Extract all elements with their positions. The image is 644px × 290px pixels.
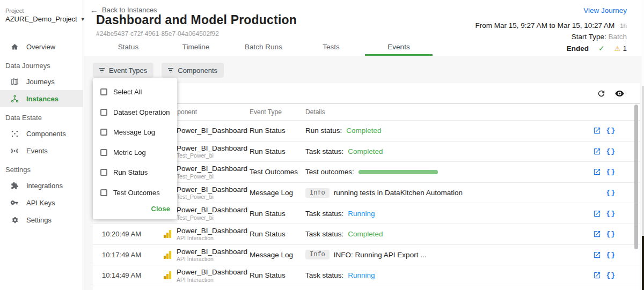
sidebar-item-integrations[interactable]: Integrations xyxy=(0,177,83,194)
filter-icon xyxy=(168,68,173,73)
component-name: Power_BI_Dashboard xyxy=(177,227,247,235)
component-name: Power_BI_Dashboard xyxy=(177,248,247,256)
warning-badge: ⚠ 1 xyxy=(614,44,627,53)
powerbi-bars-icon xyxy=(164,251,171,259)
checkbox-icon[interactable] xyxy=(100,109,107,116)
page-title: Dashboard and Model Production xyxy=(96,13,297,27)
visibility-eye-icon[interactable] xyxy=(614,88,625,99)
status-value: Running xyxy=(348,210,375,218)
sidebar-item-label: Journeys xyxy=(26,78,55,86)
refresh-icon[interactable] xyxy=(596,88,606,99)
tab-batch-runs[interactable]: Batch Runs xyxy=(230,38,297,56)
component-name: Power_BI_Dashboard xyxy=(177,185,247,194)
component-name: Power_BI_Dashboard xyxy=(177,144,247,153)
view-json-icon[interactable]: {} xyxy=(606,251,616,259)
open-in-new-icon[interactable] xyxy=(593,168,601,176)
view-journey-link[interactable]: View Journey xyxy=(583,6,627,14)
component-cell: Power_BI_DashboardAPI Interaction xyxy=(164,248,250,263)
event-details: Task status:Running xyxy=(305,210,573,218)
run-status: Ended ✓ ⚠ 1 xyxy=(475,44,627,53)
duration-badge: 1h xyxy=(620,23,627,29)
row-actions: {} xyxy=(573,127,616,135)
sidebar-item-journeys[interactable]: Journeys xyxy=(0,73,83,90)
status-value: Completed xyxy=(348,230,383,238)
option-label: Select All xyxy=(113,88,142,96)
component-sub-label: Test_Power_bi xyxy=(177,194,247,200)
tab-timeline[interactable]: Timeline xyxy=(162,38,230,56)
open-in-new-icon[interactable] xyxy=(593,127,601,135)
instance-uuid: #24be5437-c72f-4961-85e7-04a064502f92 xyxy=(96,30,219,38)
open-in-new-icon[interactable] xyxy=(593,147,601,155)
view-json-icon[interactable]: {} xyxy=(606,210,616,218)
event-details: Run status:Completed xyxy=(305,127,573,135)
checkbox-icon[interactable] xyxy=(100,149,107,156)
sidebar-item-instances[interactable]: Instances xyxy=(0,90,83,107)
open-in-new-icon[interactable] xyxy=(593,210,601,218)
sidebar-item-api-keys[interactable]: API Keys xyxy=(0,194,83,211)
event-time: 10:14:49 AM xyxy=(102,271,164,279)
view-json-icon[interactable]: {} xyxy=(606,189,616,197)
tab-status[interactable]: Status xyxy=(94,38,162,56)
sidebar-item-overview[interactable]: Overview xyxy=(0,38,83,55)
project-selector[interactable]: AZURE_Demo_Project ▼ xyxy=(5,15,83,23)
dropdown-option-dataset-operation[interactable]: Dataset Operation xyxy=(93,102,177,123)
component-sub-label: API Interaction xyxy=(177,256,247,262)
warning-count: 1 xyxy=(623,44,627,53)
detail-label: Task status: xyxy=(305,147,343,155)
checkbox-icon[interactable] xyxy=(100,169,107,176)
option-label: Metric Log xyxy=(113,148,146,157)
detail-label: Task status: xyxy=(305,230,343,238)
start-type: Start Type: Batch xyxy=(475,33,627,41)
view-json-icon[interactable]: {} xyxy=(606,168,616,176)
view-json-icon[interactable]: {} xyxy=(606,127,616,135)
header-meta: View Journey From Mar 15, 9:27 AM to Mar… xyxy=(475,5,627,53)
dropdown-option-select-all[interactable]: Select All xyxy=(93,82,177,102)
checkbox-icon[interactable] xyxy=(100,88,107,95)
view-json-icon[interactable]: {} xyxy=(606,271,616,279)
checkbox-icon[interactable] xyxy=(100,129,107,136)
table-row: 10:17:49 AMPower_BI_DashboardAPI Interac… xyxy=(93,245,640,266)
component-sub-label: API Interaction xyxy=(177,277,247,283)
sidebar-item-components[interactable]: Components xyxy=(0,125,83,142)
open-in-new-icon[interactable] xyxy=(593,271,601,279)
screen-edge-sliver xyxy=(642,0,644,290)
sidebar-item-label: Components xyxy=(26,130,66,138)
sidebar-item-label: Events xyxy=(26,147,48,155)
event-types-filter-button[interactable]: Event Types xyxy=(93,63,153,78)
tab-events[interactable]: Events xyxy=(365,38,433,56)
project-label: Project xyxy=(5,8,83,14)
event-type: Message Log xyxy=(250,189,305,197)
dropdown-option-run-status[interactable]: Run Status xyxy=(93,162,177,183)
open-in-new-icon[interactable] xyxy=(593,230,601,238)
status-value: Completed xyxy=(348,147,383,155)
log-message: running tests in DataKitchen Automation xyxy=(334,189,463,197)
open-in-new-icon[interactable] xyxy=(593,251,601,259)
vertical-scrollbar[interactable] xyxy=(634,105,638,249)
dropdown-option-test-outcomes[interactable]: Test Outcomes xyxy=(93,183,177,203)
dropdown-option-message-log[interactable]: Message Log xyxy=(93,122,177,143)
row-actions: {} xyxy=(573,271,616,279)
event-time: 10:17:49 AM xyxy=(102,251,164,259)
dropdown-option-metric-log[interactable]: Metric Log xyxy=(93,143,177,163)
event-type: Test Outcomes xyxy=(250,168,305,176)
components-filter-button[interactable]: Components xyxy=(162,63,224,78)
checkbox-icon[interactable] xyxy=(100,189,107,196)
sidebar-item-settings[interactable]: Settings xyxy=(0,211,83,228)
filter-button-label: Event Types xyxy=(109,66,147,75)
key-icon xyxy=(10,198,19,207)
sidebar-section-data-estate: Data Estate xyxy=(5,114,83,122)
dropdown-close-button[interactable]: Close xyxy=(93,203,177,216)
filter-icon xyxy=(99,68,105,73)
view-json-icon[interactable]: {} xyxy=(606,230,616,238)
detail-label: Task status: xyxy=(305,210,343,218)
view-json-icon[interactable]: {} xyxy=(606,147,616,155)
start-type-value: Batch xyxy=(608,33,627,41)
table-row: 10:20:49 AMPower_BI_DashboardAPI Interac… xyxy=(93,224,640,245)
tab-tests[interactable]: Tests xyxy=(297,38,365,56)
status-value: Completed xyxy=(346,127,381,135)
project-name: AZURE_Demo_Project xyxy=(5,15,77,23)
component-name: Power_BI_Dashboard xyxy=(177,268,247,277)
detail-label: Run status: xyxy=(305,127,342,135)
sidebar-item-events[interactable]: Events xyxy=(0,142,83,159)
detail-label: Task status: xyxy=(305,271,343,279)
